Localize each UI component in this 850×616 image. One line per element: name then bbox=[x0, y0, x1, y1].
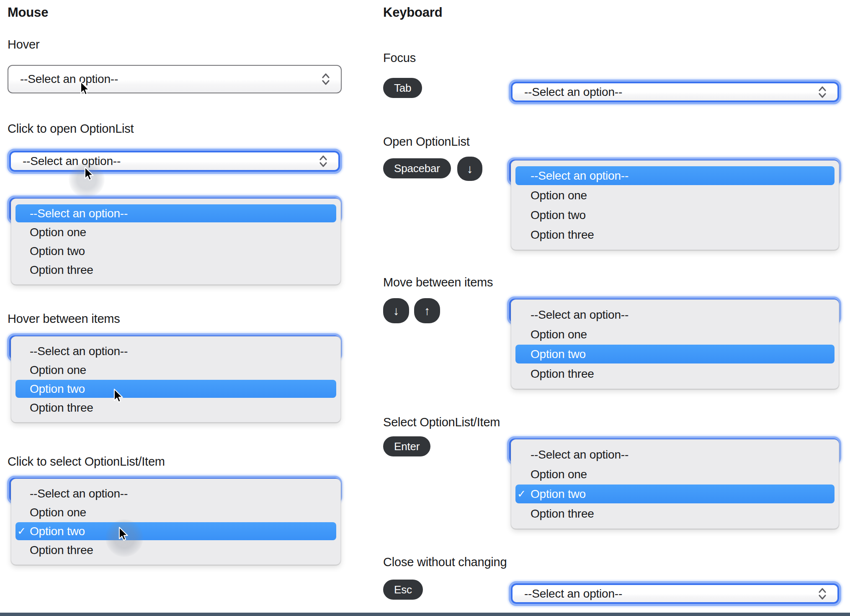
option-row[interactable]: --Select an option-- bbox=[511, 166, 839, 186]
close-section-label: Close without changing bbox=[383, 555, 507, 569]
option-row[interactable]: Option one bbox=[11, 503, 340, 522]
option-row-selected[interactable]: ✓Option two bbox=[511, 484, 839, 504]
option-row-selected[interactable]: ✓Option two bbox=[11, 522, 340, 541]
hover-select[interactable]: --Select an option-- bbox=[8, 65, 342, 93]
option-row-active[interactable]: Option two bbox=[511, 344, 839, 364]
option-row[interactable]: --Select an option-- bbox=[511, 445, 839, 464]
option-row[interactable]: Option three bbox=[11, 541, 340, 559]
mouse-column-title: Mouse bbox=[8, 5, 48, 20]
arrow-down-key-badge: ↓ bbox=[457, 157, 482, 181]
option-row[interactable]: Option one bbox=[11, 361, 340, 379]
esc-key-badge: Esc bbox=[383, 580, 423, 600]
option-row[interactable]: Option two bbox=[11, 242, 340, 260]
option-list: --Select an option-- Option one Option t… bbox=[511, 160, 839, 250]
mouse-cursor-icon bbox=[116, 527, 129, 542]
option-row[interactable]: Option two bbox=[511, 205, 839, 225]
option-row[interactable]: --Select an option-- bbox=[11, 204, 340, 223]
arrow-down-key-badge: ↓ bbox=[383, 298, 409, 323]
option-list: --Select an option-- Option one Option t… bbox=[11, 336, 341, 423]
option-row[interactable]: Option one bbox=[511, 464, 839, 484]
option-row[interactable]: Option three bbox=[511, 364, 839, 384]
select-value: --Select an option-- bbox=[513, 587, 837, 601]
option-list: --Select an option-- Option one ✓Option … bbox=[511, 439, 839, 529]
move-section-label: Move between items bbox=[383, 276, 493, 289]
option-row[interactable]: Option three bbox=[11, 398, 340, 417]
click-open-section-label: Click to open OptionList bbox=[8, 122, 134, 136]
spacebar-key-badge: Spacebar bbox=[383, 158, 451, 178]
mouse-cursor-icon bbox=[78, 81, 90, 96]
hover-items-section-label: Hover between items bbox=[8, 312, 120, 326]
chevron-updown-icon bbox=[318, 155, 328, 168]
click-open-select[interactable]: --Select an option-- bbox=[9, 151, 340, 172]
open-section-label: Open OptionList bbox=[383, 135, 470, 149]
chevron-updown-icon bbox=[321, 72, 331, 86]
keyboard-column-title: Keyboard bbox=[383, 5, 442, 20]
click-select-section-label: Click to select OptionList/Item bbox=[8, 455, 165, 469]
option-list: --Select an option-- Option one ✓Option … bbox=[11, 479, 341, 565]
select-value: --Select an option-- bbox=[8, 72, 341, 86]
option-row[interactable]: Option three bbox=[511, 225, 839, 245]
option-row[interactable]: Option three bbox=[511, 504, 839, 523]
mouse-cursor-icon bbox=[111, 389, 124, 404]
chevron-updown-icon bbox=[817, 587, 827, 601]
enter-key-badge: Enter bbox=[383, 436, 430, 456]
focus-select[interactable]: --Select an option-- bbox=[511, 82, 839, 102]
select-item-section-label: Select OptionList/Item bbox=[383, 415, 500, 429]
option-list: --Select an option-- Option one Option t… bbox=[511, 299, 839, 389]
option-row[interactable]: Option one bbox=[511, 325, 839, 344]
focus-section-label: Focus bbox=[383, 51, 416, 65]
option-row[interactable]: Option one bbox=[511, 186, 839, 205]
option-row[interactable]: --Select an option-- bbox=[11, 484, 340, 503]
close-select[interactable]: --Select an option-- bbox=[511, 583, 839, 604]
chevron-updown-icon bbox=[817, 85, 827, 99]
option-row[interactable]: Option one bbox=[11, 223, 340, 242]
hover-section-label: Hover bbox=[8, 38, 39, 52]
option-row-hovered[interactable]: Option two bbox=[11, 379, 340, 398]
option-row[interactable]: --Select an option-- bbox=[11, 342, 340, 361]
optionlist-interaction-guide: Mouse Hover --Select an option-- Click t… bbox=[0, 0, 850, 616]
tab-key-badge: Tab bbox=[383, 78, 422, 98]
mouse-cursor-icon bbox=[82, 167, 95, 182]
arrow-up-key-badge: ↑ bbox=[414, 298, 440, 323]
select-value: --Select an option-- bbox=[513, 85, 837, 99]
bottom-divider bbox=[0, 613, 850, 616]
option-row[interactable]: --Select an option-- bbox=[511, 305, 839, 325]
option-row[interactable]: Option three bbox=[11, 260, 340, 279]
option-list: --Select an option-- Option one Option t… bbox=[11, 198, 341, 285]
select-value: --Select an option-- bbox=[11, 155, 338, 168]
